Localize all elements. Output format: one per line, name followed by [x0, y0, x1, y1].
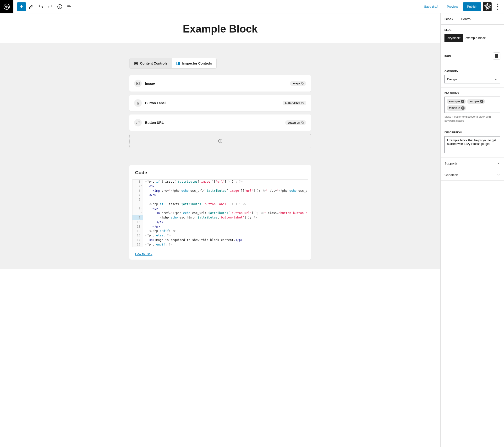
- publish-button[interactable]: Publish: [463, 2, 481, 11]
- remove-keyword-button[interactable]: ✕: [461, 106, 465, 110]
- icon-label: ICON: [445, 54, 451, 57]
- category-label: CATEGORY: [445, 70, 500, 73]
- how-to-use-link[interactable]: How to use?: [129, 250, 311, 260]
- svg-rect-9: [178, 62, 180, 65]
- link-icon: [134, 119, 142, 126]
- outline-button[interactable]: [65, 2, 74, 11]
- title-area: Example Block: [0, 13, 440, 44]
- image-icon: [134, 80, 142, 87]
- keyword-pill: template✕: [447, 106, 466, 111]
- preview-button[interactable]: Preview: [444, 2, 461, 11]
- category-select[interactable]: Design: [445, 75, 500, 83]
- keywords-help: Make it easier to discover a block with …: [445, 115, 500, 123]
- svg-rect-7: [135, 63, 137, 64]
- redo-button[interactable]: [46, 2, 54, 11]
- control-button-label[interactable]: Button Label button-label: [129, 95, 311, 111]
- text-icon: [134, 99, 142, 107]
- svg-point-4: [497, 6, 499, 7]
- tab-inspector-controls[interactable]: Inspector Controls: [172, 58, 216, 68]
- remove-keyword-button[interactable]: ✕: [480, 100, 484, 103]
- control-label: Button Label: [145, 101, 283, 105]
- settings-button[interactable]: [483, 2, 492, 11]
- keywords-label: KEYWORDS: [445, 91, 500, 94]
- slug-prefix: lazyblock/: [445, 34, 463, 42]
- chevron-down-icon: [497, 161, 500, 165]
- svg-rect-12: [302, 83, 303, 84]
- topbar: Save draft Preview Publish: [0, 0, 504, 13]
- icon-picker[interactable]: [493, 52, 500, 59]
- control-button-url[interactable]: Button URL button-url: [129, 114, 311, 131]
- edit-icon[interactable]: [27, 2, 36, 11]
- chevron-down-icon: [497, 173, 500, 177]
- tab-content-controls[interactable]: Content Controls: [130, 58, 172, 68]
- tab-label: Inspector Controls: [182, 61, 212, 65]
- sidebar-tabs: Block Control: [441, 13, 504, 25]
- svg-point-2: [486, 5, 488, 8]
- keyword-pill: example✕: [447, 99, 466, 104]
- topbar-tools: [13, 2, 74, 11]
- code-editor[interactable]: 1<?php if ( isset( $attributes['image'][…: [132, 179, 308, 247]
- svg-rect-14: [302, 122, 303, 124]
- page-title[interactable]: Example Block: [0, 23, 440, 35]
- section-description: DESCRIPTION: [441, 127, 504, 158]
- add-control-button[interactable]: [129, 134, 311, 148]
- section-icon: ICON: [441, 46, 504, 66]
- code-section: Code 1<?php if ( isset( $attributes['ima…: [129, 165, 311, 260]
- save-draft-button[interactable]: Save draft: [421, 2, 442, 11]
- description-label: DESCRIPTION: [445, 131, 500, 134]
- undo-button[interactable]: [36, 2, 45, 11]
- sidebar-tab-control[interactable]: Control: [457, 13, 475, 24]
- remove-keyword-button[interactable]: ✕: [461, 100, 464, 103]
- add-block-button[interactable]: [17, 2, 26, 11]
- svg-point-5: [497, 9, 499, 10]
- accordion-condition[interactable]: Condition: [441, 169, 504, 181]
- svg-rect-10: [137, 82, 139, 85]
- svg-rect-13: [302, 103, 303, 104]
- section-keywords: KEYWORDS example✕ sample✕ template✕ Make…: [441, 88, 504, 127]
- code-heading: Code: [135, 170, 305, 176]
- sidebar-tab-block[interactable]: Block: [441, 13, 457, 24]
- description-textarea[interactable]: [445, 136, 500, 153]
- control-label: Image: [145, 82, 290, 85]
- wordpress-logo[interactable]: [0, 0, 13, 13]
- control-label: Button URL: [145, 121, 285, 125]
- chevron-down-icon: [494, 78, 498, 81]
- keywords-input[interactable]: example✕ sample✕ template✕: [445, 97, 500, 113]
- control-slug-badge[interactable]: image: [290, 81, 306, 86]
- control-slug-badge[interactable]: button-label: [283, 101, 306, 106]
- editor-canvas: Example Block Content Controls Inspector…: [0, 13, 440, 447]
- keyword-pill: sample✕: [467, 99, 485, 104]
- control-slug-badge[interactable]: button-url: [285, 120, 306, 125]
- tab-label: Content Controls: [140, 61, 167, 65]
- info-button[interactable]: [55, 2, 64, 11]
- svg-point-3: [497, 4, 499, 5]
- sidebar: Block Control SLUG lazyblock/ ICON CATEG…: [440, 13, 504, 447]
- slug-input[interactable]: [463, 34, 504, 42]
- section-category: CATEGORY Design: [441, 66, 504, 88]
- accordion-supports[interactable]: Supports: [441, 158, 504, 169]
- control-tabs: Content Controls Inspector Controls: [129, 58, 216, 69]
- control-image[interactable]: Image image: [129, 75, 311, 91]
- section-slug: SLUG lazyblock/: [441, 25, 504, 46]
- topbar-actions: Save draft Preview Publish: [421, 2, 504, 11]
- more-menu-button[interactable]: [493, 2, 502, 11]
- slug-label: SLUG: [445, 28, 500, 31]
